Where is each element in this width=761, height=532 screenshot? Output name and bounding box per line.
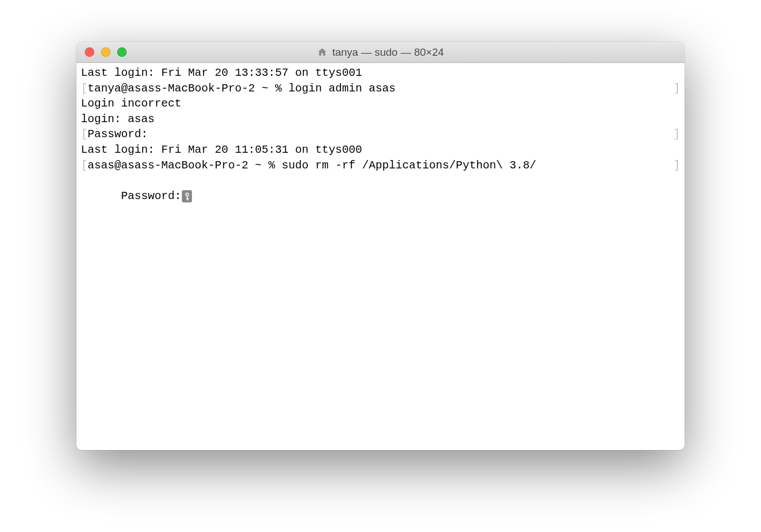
bracket-right: ] (673, 158, 680, 173)
password-label: Password: (121, 190, 181, 202)
bracket-left: [ (81, 128, 88, 141)
terminal-body[interactable]: Last login: Fri Mar 20 13:33:57 on ttys0… (76, 63, 685, 450)
window-title-text: tanya — sudo — 80×24 (332, 46, 444, 59)
close-button[interactable] (85, 47, 94, 57)
minimize-button[interactable] (101, 47, 110, 57)
terminal-line: [asas@asass-MacBook-Pro-2 ~ % sudo rm -r… (81, 158, 680, 173)
prompt-text: tanya@asass-MacBook-Pro-2 ~ % login admi… (88, 82, 396, 95)
traffic-lights (76, 47, 127, 57)
terminal-line: [Password: ] (81, 127, 680, 142)
svg-rect-1 (186, 196, 187, 200)
key-icon (182, 190, 192, 202)
bracket-right: ] (673, 127, 680, 142)
maximize-button[interactable] (117, 47, 127, 57)
window-title: tanya — sudo — 80×24 (76, 46, 685, 59)
terminal-line: Last login: Fri Mar 20 11:05:31 on ttys0… (81, 142, 680, 158)
svg-rect-2 (186, 198, 189, 199)
svg-point-0 (186, 193, 189, 196)
title-bar[interactable]: tanya — sudo — 80×24 (76, 42, 685, 63)
terminal-window: tanya — sudo — 80×24 Last login: Fri Mar… (76, 42, 685, 450)
bracket-left: [ (81, 82, 88, 95)
password-prompt-line: Password: (81, 173, 680, 219)
terminal-line: login: asas (81, 112, 680, 127)
bracket-right: ] (673, 81, 680, 96)
prompt-text: Password: (88, 128, 148, 141)
terminal-line: [tanya@asass-MacBook-Pro-2 ~ % login adm… (81, 81, 680, 96)
terminal-line: Last login: Fri Mar 20 13:33:57 on ttys0… (81, 65, 680, 81)
prompt-text: asas@asass-MacBook-Pro-2 ~ % sudo rm -rf… (88, 159, 536, 172)
terminal-line: Login incorrect (81, 96, 680, 112)
home-icon (317, 47, 327, 57)
svg-rect-3 (186, 199, 188, 200)
bracket-left: [ (81, 159, 88, 172)
